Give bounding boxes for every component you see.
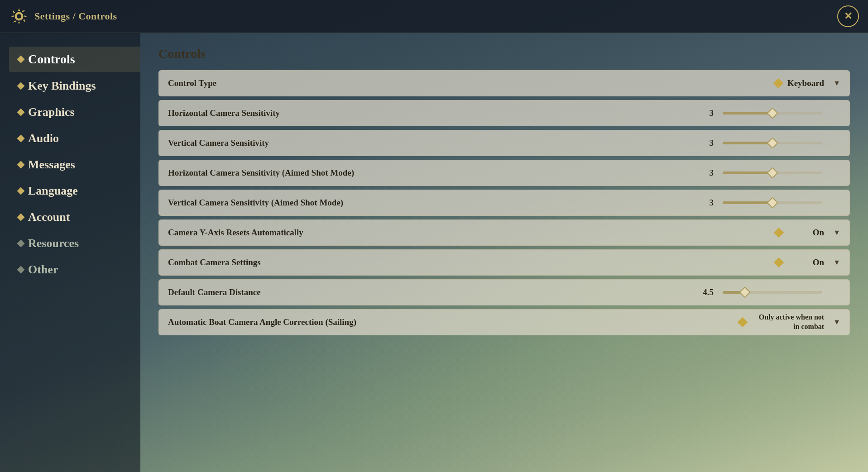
diamond-icon-key-bindings xyxy=(17,82,25,90)
setting-label-vert-cam-sens: Vertical Camera Sensitivity xyxy=(168,138,358,148)
sidebar-item-controls[interactable]: Controls xyxy=(9,47,140,72)
dropdown-value-control-type: Keyboard xyxy=(787,78,824,88)
setting-label-horiz-cam-sens: Horizontal Camera Sensitivity xyxy=(168,108,358,118)
sidebar-label-graphics: Graphics xyxy=(28,106,75,118)
slider-horiz-cam-sens[interactable] xyxy=(723,112,840,114)
content-area: Controls Control Type Keyboard ▼ Horizon… xyxy=(140,33,868,472)
sidebar-label-language: Language xyxy=(28,185,78,197)
diamond-icon-graphics xyxy=(17,109,25,116)
setting-row-control-type: Control Type Keyboard ▼ xyxy=(158,70,850,96)
setting-label-default-cam-distance: Default Camera Distance xyxy=(168,287,358,297)
dropdown-value-camera-y-resets: On xyxy=(788,228,824,238)
chevron-down-icon-boat-camera: ▼ xyxy=(833,318,840,326)
setting-value-vert-cam-sens: 3 xyxy=(695,138,714,148)
setting-row-vert-cam-sens: Vertical Camera Sensitivity 3 xyxy=(158,130,850,156)
slider-input-vert-cam-aimed[interactable] xyxy=(723,201,822,204)
setting-value-vert-cam-aimed: 3 xyxy=(695,198,714,208)
diamond-icon-language xyxy=(17,187,25,195)
setting-row-vert-cam-aimed: Vertical Camera Sensitivity (Aimed Shot … xyxy=(158,190,850,216)
gold-diamond-combat-camera xyxy=(774,257,784,268)
diamond-icon-resources xyxy=(17,240,25,248)
gold-diamond-camera-y-resets xyxy=(774,228,784,238)
dropdown-value-boat-camera: Only active when not in combat xyxy=(752,313,824,332)
dropdown-boat-camera[interactable]: Only active when not in combat ▼ xyxy=(739,313,840,332)
top-bar: Settings / Controls ✕ xyxy=(0,0,868,33)
chevron-down-icon-combat-camera: ▼ xyxy=(833,258,840,267)
slider-vert-cam-sens[interactable] xyxy=(723,142,840,144)
setting-label-camera-y-resets: Camera Y-Axis Resets Automatically xyxy=(168,228,358,238)
sidebar-label-account: Account xyxy=(28,211,70,223)
chevron-down-icon-camera-y-resets: ▼ xyxy=(833,229,840,237)
sidebar-item-account[interactable]: Account xyxy=(9,205,140,229)
chevron-down-icon-control-type: ▼ xyxy=(833,79,840,87)
svg-point-1 xyxy=(16,14,22,19)
breadcrumb: Settings / Controls xyxy=(34,10,117,22)
dropdown-value-combat-camera: On xyxy=(788,257,824,267)
diamond-icon-other xyxy=(17,266,25,274)
setting-row-default-cam-distance: Default Camera Distance 4.5 xyxy=(158,279,850,305)
setting-row-camera-y-resets: Camera Y-Axis Resets Automatically On ▼ xyxy=(158,219,850,246)
sidebar: Controls Key Bindings Graphics Audio Mes… xyxy=(0,33,140,472)
diamond-icon-account xyxy=(17,214,25,221)
diamond-icon-controls xyxy=(17,56,25,63)
gold-diamond-control-type xyxy=(773,78,784,89)
settings-list: Control Type Keyboard ▼ Horizontal Camer… xyxy=(158,70,850,335)
slider-input-horiz-cam-sens[interactable] xyxy=(723,112,822,114)
sidebar-label-audio: Audio xyxy=(28,133,59,144)
setting-label-control-type: Control Type xyxy=(168,78,358,88)
sidebar-item-audio[interactable]: Audio xyxy=(9,126,140,151)
setting-label-vert-cam-aimed: Vertical Camera Sensitivity (Aimed Shot … xyxy=(168,198,358,208)
diamond-icon-messages xyxy=(17,161,25,169)
setting-value-default-cam-distance: 4.5 xyxy=(695,287,714,297)
sidebar-label-resources: Resources xyxy=(28,238,79,249)
dropdown-combat-camera[interactable]: On ▼ xyxy=(775,257,840,267)
setting-value-horiz-cam-aimed: 3 xyxy=(695,168,714,178)
sidebar-item-messages[interactable]: Messages xyxy=(9,153,140,177)
setting-label-horiz-cam-aimed: Horizontal Camera Sensitivity (Aimed Sho… xyxy=(168,168,358,178)
gear-icon xyxy=(9,6,29,26)
gold-diamond-boat-camera xyxy=(738,317,748,328)
slider-input-vert-cam-sens[interactable] xyxy=(723,142,822,144)
sidebar-item-resources[interactable]: Resources xyxy=(9,231,140,256)
sidebar-item-language[interactable]: Language xyxy=(9,179,140,203)
setting-value-horiz-cam-sens: 3 xyxy=(695,108,714,118)
slider-default-cam-distance[interactable] xyxy=(723,291,840,294)
setting-row-horiz-cam-aimed: Horizontal Camera Sensitivity (Aimed Sho… xyxy=(158,160,850,186)
main-content: Controls Key Bindings Graphics Audio Mes… xyxy=(0,33,868,472)
top-bar-left: Settings / Controls xyxy=(9,6,117,26)
slider-input-horiz-cam-aimed[interactable] xyxy=(723,172,822,174)
setting-label-boat-camera: Automatic Boat Camera Angle Correction (… xyxy=(168,317,358,327)
setting-row-boat-camera: Automatic Boat Camera Angle Correction (… xyxy=(158,309,850,335)
slider-input-default-cam-distance[interactable] xyxy=(723,291,822,294)
sidebar-item-key-bindings[interactable]: Key Bindings xyxy=(9,74,140,98)
setting-row-horiz-cam-sens: Horizontal Camera Sensitivity 3 xyxy=(158,100,850,126)
sidebar-item-other[interactable]: Other xyxy=(9,257,140,282)
sidebar-item-graphics[interactable]: Graphics xyxy=(9,100,140,124)
setting-row-combat-camera: Combat Camera Settings On ▼ xyxy=(158,249,850,276)
setting-label-combat-camera: Combat Camera Settings xyxy=(168,257,358,267)
dropdown-camera-y-resets[interactable]: On ▼ xyxy=(775,228,840,238)
slider-horiz-cam-aimed[interactable] xyxy=(723,172,840,174)
close-button[interactable]: ✕ xyxy=(837,5,859,27)
dropdown-control-type[interactable]: Keyboard ▼ xyxy=(775,78,840,88)
content-title: Controls xyxy=(158,47,850,61)
slider-vert-cam-aimed[interactable] xyxy=(723,201,840,204)
sidebar-label-key-bindings: Key Bindings xyxy=(28,80,96,92)
sidebar-label-controls: Controls xyxy=(28,53,75,66)
sidebar-label-messages: Messages xyxy=(28,159,75,171)
sidebar-label-other: Other xyxy=(28,264,58,276)
diamond-icon-audio xyxy=(17,135,25,143)
